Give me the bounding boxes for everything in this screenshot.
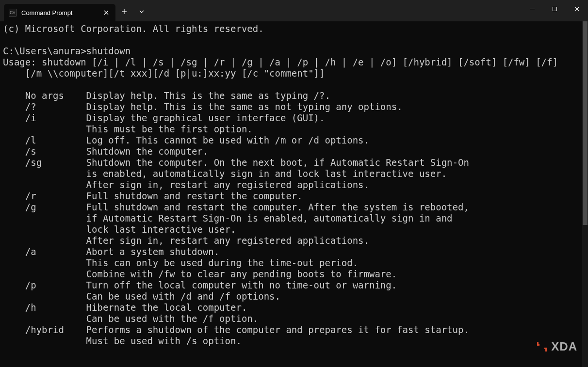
minimize-button[interactable]: [521, 0, 543, 17]
tab-dropdown-button[interactable]: [133, 3, 150, 20]
scrollbar-thumb[interactable]: [583, 21, 588, 225]
terminal-output[interactable]: (c) Microsoft Corporation. All rights re…: [0, 21, 588, 367]
tabs-area: C:\ Command Prompt: [0, 0, 150, 21]
svg-rect-6: [553, 7, 556, 11]
svg-text:C:\: C:\: [10, 10, 16, 15]
maximize-button[interactable]: [543, 0, 566, 17]
tab-title: Command Prompt: [21, 9, 97, 16]
watermark-text: XDA: [551, 340, 577, 353]
titlebar: C:\ Command Prompt: [0, 0, 588, 21]
watermark: XDA: [536, 340, 577, 353]
close-window-button[interactable]: [566, 0, 588, 17]
window-controls: [521, 0, 588, 17]
xda-logo-icon: [536, 340, 548, 353]
cmd-icon: C:\: [9, 9, 16, 16]
new-tab-button[interactable]: [115, 3, 133, 20]
tab-command-prompt[interactable]: C:\ Command Prompt: [4, 4, 115, 21]
scrollbar-track[interactable]: [582, 21, 588, 367]
tab-close-button[interactable]: [102, 8, 111, 17]
